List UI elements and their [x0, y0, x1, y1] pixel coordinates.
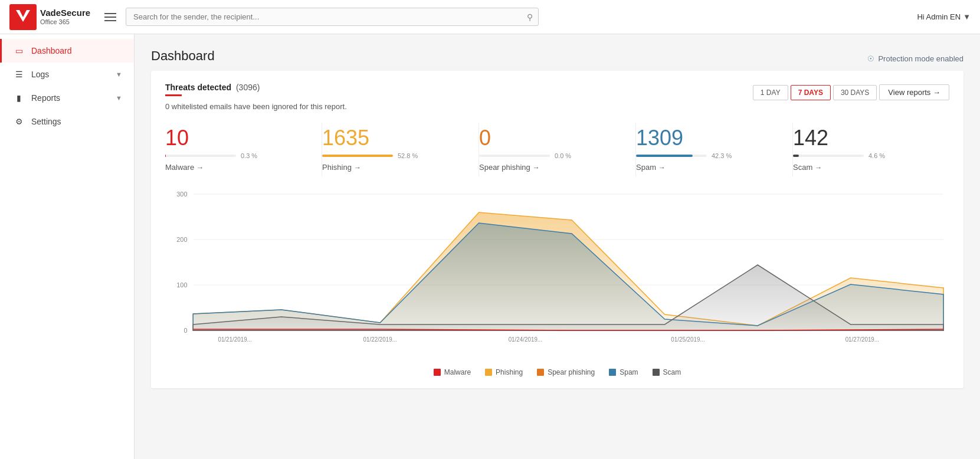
time-filter: 1 DAY 7 DAYS 30 DAYS View reports → — [753, 84, 949, 100]
hamburger-button[interactable] — [100, 8, 121, 26]
legend-malware-label: Malware — [444, 368, 471, 376]
stat-spear-pct: 0.0 % — [555, 152, 571, 159]
legend-scam-dot — [653, 369, 660, 376]
legend-malware: Malware — [434, 368, 471, 376]
sidebar-item-reports[interactable]: ▮ Reports ▼ — [0, 86, 134, 110]
threats-underline — [165, 94, 182, 96]
time-7days-button[interactable]: 7 DAYS — [791, 85, 831, 100]
stat-phishing: 1635 52.8 % Phishing → — [322, 123, 479, 176]
view-reports-button[interactable]: View reports → — [879, 84, 949, 100]
stat-spear-value: 0 — [479, 127, 626, 149]
legend-spam: Spam — [609, 368, 638, 376]
brand-sub: Office 365 — [40, 18, 90, 25]
stat-malware: 10 0.3 % Malware → — [165, 123, 322, 176]
stat-scam-fill — [793, 155, 799, 157]
stat-phishing-pct: 52.8 % — [398, 152, 418, 159]
sidebar-item-dashboard[interactable]: ▭ Dashboard — [0, 39, 134, 63]
stat-malware-fill — [165, 155, 166, 157]
sidebar: ▭ Dashboard ☰ Logs ▼ ▮ Reports ▼ ⚙ Setti… — [0, 34, 135, 459]
logo-box — [9, 4, 37, 30]
threats-title-text: Threats detected (3096) — [165, 83, 260, 92]
legend-spear-dot — [537, 369, 544, 376]
chevron-down-icon: ▼ — [116, 71, 122, 78]
time-30days-button[interactable]: 30 DAYS — [833, 85, 877, 100]
chart-area: 300 200 100 0 01 — [165, 188, 949, 376]
settings-icon: ⚙ — [14, 117, 24, 126]
stat-phishing-bar-row: 52.8 % — [322, 152, 469, 159]
user-chevron-icon[interactable]: ▼ — [963, 12, 971, 21]
content-area: Dashboard ☉ Protection mode enabled Thre… — [135, 34, 980, 459]
stat-malware-label[interactable]: Malware → — [165, 163, 312, 172]
sidebar-item-label: Settings — [31, 117, 61, 126]
legend-scam-label: Scam — [663, 368, 681, 376]
stat-spam-track — [636, 155, 707, 157]
legend-phishing-dot — [485, 369, 492, 376]
user-info: Hi Admin EN ▼ — [917, 12, 971, 21]
title-row: Dashboard ☉ Protection mode enabled — [151, 48, 963, 68]
stat-scam-bar-row: 4.6 % — [793, 152, 940, 159]
legend-spam-dot — [609, 369, 616, 376]
dashboard-card: Threats detected (3096) 1 DAY 7 DAYS 30 … — [151, 71, 963, 388]
stat-spear-label[interactable]: Spear phishing → — [479, 163, 626, 172]
threats-header: Threats detected (3096) 1 DAY 7 DAYS 30 … — [165, 83, 949, 102]
legend-malware-dot — [434, 369, 441, 376]
app-container: VadeSecure Office 365 ⚲ Hi Admin EN ▼ ▭ … — [0, 0, 980, 459]
sidebar-item-logs[interactable]: ☰ Logs ▼ — [0, 63, 134, 86]
main-area: ▭ Dashboard ☰ Logs ▼ ▮ Reports ▼ ⚙ Setti… — [0, 34, 980, 459]
user-label: Hi Admin EN — [917, 12, 961, 21]
legend-phishing: Phishing — [485, 368, 523, 376]
stat-phishing-track — [322, 155, 393, 157]
chevron-down-icon: ▼ — [116, 94, 122, 101]
stat-phishing-value: 1635 — [322, 127, 469, 149]
search-bar: ⚲ — [126, 8, 539, 26]
stat-phishing-label[interactable]: Phishing → — [322, 163, 469, 172]
threats-title: Threats detected — [165, 83, 231, 92]
stat-malware-value: 10 — [165, 127, 312, 149]
threats-title-group: Threats detected (3096) — [165, 83, 260, 102]
threats-count: (3096) — [236, 83, 260, 92]
stat-spear-bar-row: 0.0 % — [479, 152, 626, 159]
legend-spear-label: Spear phishing — [548, 368, 595, 376]
stat-spear-track — [479, 155, 550, 157]
svg-rect-0 — [14, 6, 32, 25]
stat-malware-track — [165, 155, 236, 157]
protection-mode-label: Protection mode enabled — [878, 54, 963, 63]
legend-spam-label: Spam — [620, 368, 638, 376]
sidebar-item-label: Logs — [31, 70, 49, 79]
svg-text:0: 0 — [183, 327, 187, 334]
svg-text:01/25/2019...: 01/25/2019... — [671, 336, 704, 343]
dashboard-icon: ▭ — [14, 46, 24, 55]
stat-malware-pct: 0.3 % — [241, 152, 257, 159]
stat-scam: 142 4.6 % Scam → — [793, 123, 949, 176]
time-1day-button[interactable]: 1 DAY — [753, 85, 788, 100]
stat-scam-pct: 4.6 % — [868, 152, 885, 159]
stat-spam-fill — [636, 155, 693, 157]
sidebar-item-settings[interactable]: ⚙ Settings — [0, 110, 134, 133]
stat-spear: 0 0.0 % Spear phishing → — [479, 123, 636, 176]
stat-spam-label[interactable]: Spam → — [636, 163, 783, 172]
stat-phishing-fill — [322, 155, 393, 157]
reports-icon: ▮ — [14, 93, 24, 103]
legend-spear: Spear phishing — [537, 368, 595, 376]
stat-spam-pct: 42.3 % — [712, 152, 732, 159]
stat-spam: 1309 42.3 % Spam → — [636, 123, 793, 176]
svg-text:01/22/2019...: 01/22/2019... — [363, 336, 397, 343]
stats-row: 10 0.3 % Malware → 1635 — [165, 123, 949, 176]
shield-icon: ☉ — [867, 54, 874, 63]
svg-text:01/27/2019...: 01/27/2019... — [845, 336, 879, 343]
legend-phishing-label: Phishing — [496, 368, 523, 376]
chart-legend: Malware Phishing Spear phishing Spa — [165, 368, 949, 376]
stat-scam-value: 142 — [793, 127, 940, 149]
stat-spam-value: 1309 — [636, 127, 783, 149]
legend-scam: Scam — [653, 368, 681, 376]
search-icon: ⚲ — [527, 12, 533, 22]
logs-icon: ☰ — [14, 70, 24, 79]
stat-spam-bar-row: 42.3 % — [636, 152, 783, 159]
stat-malware-bar-row: 0.3 % — [165, 152, 312, 159]
svg-text:01/24/2019...: 01/24/2019... — [509, 336, 542, 343]
search-input[interactable] — [126, 8, 539, 26]
stat-scam-label[interactable]: Scam → — [793, 163, 940, 172]
stat-scam-track — [793, 155, 864, 157]
svg-text:01/21/2019...: 01/21/2019... — [218, 336, 251, 343]
svg-text:100: 100 — [176, 281, 187, 288]
